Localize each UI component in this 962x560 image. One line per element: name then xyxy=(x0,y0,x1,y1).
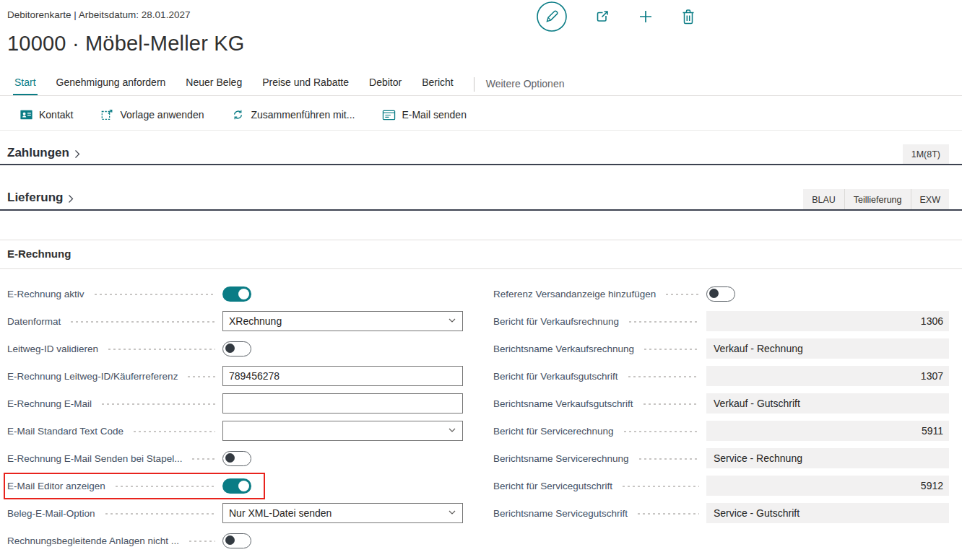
delete-icon[interactable] xyxy=(680,8,696,25)
field-row-e-mail-editor-anzeigen: E-Mail Editor anzeigen xyxy=(7,472,463,499)
dotted-leader xyxy=(104,512,215,515)
toggle-knob xyxy=(225,344,235,353)
leitweg-id-validieren-toggle[interactable] xyxy=(222,341,251,356)
field-row-e-mail-standard-text-code: E-Mail Standard Text Code xyxy=(7,417,463,445)
edit-icon[interactable] xyxy=(536,1,568,32)
field-control: 5912 xyxy=(706,476,949,496)
dotted-leader xyxy=(638,458,699,460)
e-rechnung-leitweg-id-k-uferreferenz-input[interactable] xyxy=(222,366,463,386)
action-kontakt[interactable]: Kontakt xyxy=(20,108,73,121)
e-mail-editor-anzeigen-toggle[interactable] xyxy=(222,478,251,494)
field-row-datenformat: DatenformatXRechnung xyxy=(7,307,463,335)
field-row-bericht-f-r-servicegutschrift: Bericht für Servicegutschrift5912 xyxy=(493,472,949,499)
field-row-berichtsname-verkaufsrechnung: Berichtsname VerkaufsrechnungVerkauf - R… xyxy=(493,335,949,362)
section-zahlungen-title[interactable]: Zahlungen xyxy=(7,146,80,160)
section-lieferung-title[interactable]: Lieferung xyxy=(7,191,74,205)
berichtsname-servicegutschrift-value: Service - Gutschrift xyxy=(706,503,949,523)
tab-start[interactable]: Start xyxy=(13,76,38,95)
section-underline xyxy=(0,209,962,211)
tab-genehmigung-anfordern[interactable]: Genehmigung anfordern xyxy=(55,76,168,95)
divider xyxy=(0,268,962,269)
datenformat-select[interactable]: XRechnung xyxy=(222,311,463,331)
new-icon[interactable] xyxy=(637,8,654,25)
e-rechnung-aktiv-toggle[interactable] xyxy=(222,286,251,302)
dotted-leader xyxy=(107,348,215,351)
erechnung-fields: E-Rechnung aktivDatenformatXRechnungLeit… xyxy=(7,280,949,554)
e-rechnung-e-mail-senden-bei-stapel-toggle[interactable] xyxy=(222,451,251,466)
tab-neuer-beleg[interactable]: Neuer Beleg xyxy=(184,76,243,95)
field-control: Verkauf - Gutschrift xyxy=(706,393,949,414)
dotted-leader xyxy=(636,512,699,515)
tab-bericht[interactable]: Bericht xyxy=(420,76,455,95)
action-label: E-Mail senden xyxy=(402,109,467,121)
field-control: XRechnung xyxy=(222,311,463,331)
field-control: Nur XML-Datei senden xyxy=(222,503,463,523)
beleg-e-mail-option-select[interactable]: Nur XML-Datei senden xyxy=(222,503,463,523)
field-control xyxy=(222,341,463,356)
field-control: Service - Gutschrift xyxy=(706,503,949,523)
field-row-bericht-f-r-verkaufsrechnung: Bericht für Verkaufsrechnung1306 xyxy=(493,307,949,335)
lieferung-badge-blau[interactable]: BLAU xyxy=(803,189,844,210)
field-label: Berichtsname Servicerechnung xyxy=(493,453,629,464)
dotted-leader xyxy=(191,458,215,460)
field-label: Beleg-E-Mail-Option xyxy=(7,508,95,519)
lieferung-badges: BLAUTeillieferungEXW xyxy=(803,189,949,210)
bericht-f-r-servicerechnung-value: 5911 xyxy=(706,421,949,441)
action-zusammenf-hren-mit[interactable]: Zusammenführen mit... xyxy=(231,108,355,121)
page-title: 10000 · Möbel-Meller KG xyxy=(7,32,245,56)
tab-more-options[interactable]: Weitere Optionen xyxy=(485,78,566,95)
divider xyxy=(0,130,962,131)
field-row-e-rechnung-leitweg-id-k-uferreferenz: E-Rechnung Leitweg-ID/Käuferreferenz xyxy=(7,362,463,390)
berichtsname-servicerechnung-value: Service - Rechnung xyxy=(706,448,949,468)
select-value: Nur XML-Datei senden xyxy=(229,507,332,519)
field-row-rechnungsbegleitende-anlagen-nicht: Rechnungsbegleitende Anlagen nicht ... xyxy=(7,527,463,554)
dotted-leader xyxy=(188,540,215,543)
field-label: Bericht für Verkaufsgutschrift xyxy=(493,371,618,382)
field-control: 5911 xyxy=(706,421,949,441)
dotted-leader xyxy=(664,293,699,296)
merge-icon xyxy=(231,108,245,121)
field-label: E-Mail Editor anzeigen xyxy=(7,481,105,491)
dotted-leader xyxy=(69,320,215,323)
e-rechnung-e-mail-input[interactable] xyxy=(222,393,463,414)
field-control xyxy=(222,286,463,302)
chevron-down-icon xyxy=(448,507,456,519)
field-control xyxy=(706,286,949,302)
field-control: 1306 xyxy=(706,311,949,331)
field-control: 1307 xyxy=(706,366,949,386)
field-label: Referenz Versandanzeige hinzufügen xyxy=(493,289,656,299)
tab-debitor[interactable]: Debitor xyxy=(368,76,403,95)
bericht-f-r-servicegutschrift-value: 5912 xyxy=(706,476,949,496)
chevron-down-icon xyxy=(448,315,456,327)
toggle-knob xyxy=(238,481,249,491)
toggle-knob xyxy=(225,535,235,545)
field-label: E-Rechnung aktiv xyxy=(7,289,84,299)
erechnung-group-title: E-Rechnung xyxy=(7,248,71,260)
action-vorlage-anwenden[interactable]: Vorlage anwenden xyxy=(100,108,204,121)
dotted-leader xyxy=(100,403,215,406)
zahlungen-badge-1m-8t[interactable]: 1M(8T) xyxy=(903,144,949,164)
tab-preise-und-rabatte[interactable]: Preise und Rabatte xyxy=(261,76,350,95)
lieferung-badge-teillieferung[interactable]: Teillieferung xyxy=(844,189,911,210)
referenz-versandanzeige-hinzuf-gen-toggle[interactable] xyxy=(706,286,735,302)
action-e-mail-senden[interactable]: E-Mail senden xyxy=(382,109,467,121)
dotted-leader xyxy=(623,430,699,433)
field-row-referenz-versandanzeige-hinzuf-gen: Referenz Versandanzeige hinzufügen xyxy=(493,280,949,307)
bericht-f-r-verkaufsrechnung-value: 1306 xyxy=(706,311,949,331)
dotted-leader xyxy=(114,485,215,488)
e-mail-standard-text-code-select[interactable] xyxy=(222,421,463,441)
apply-template-icon xyxy=(100,108,114,121)
share-icon[interactable] xyxy=(594,8,611,25)
field-row-berichtsname-servicegutschrift: Berichtsname ServicegutschriftService - … xyxy=(493,499,949,527)
rechnungsbegleitende-anlagen-nicht-toggle[interactable] xyxy=(222,533,251,548)
dotted-leader xyxy=(643,348,699,351)
field-row-leitweg-id-validieren: Leitweg-ID validieren xyxy=(7,335,463,362)
action-label: Vorlage anwenden xyxy=(120,109,204,121)
fields-right-column: Referenz Versandanzeige hinzufügenBerich… xyxy=(493,280,949,554)
section-zahlungen: Zahlungen 1M(8T) xyxy=(0,137,962,165)
section-lieferung-label: Lieferung xyxy=(7,191,63,205)
section-zahlungen-label: Zahlungen xyxy=(7,146,69,160)
field-label: E-Mail Standard Text Code xyxy=(7,426,124,437)
field-label: E-Rechnung E-Mail xyxy=(7,398,92,409)
lieferung-badge-exw[interactable]: EXW xyxy=(911,189,949,210)
